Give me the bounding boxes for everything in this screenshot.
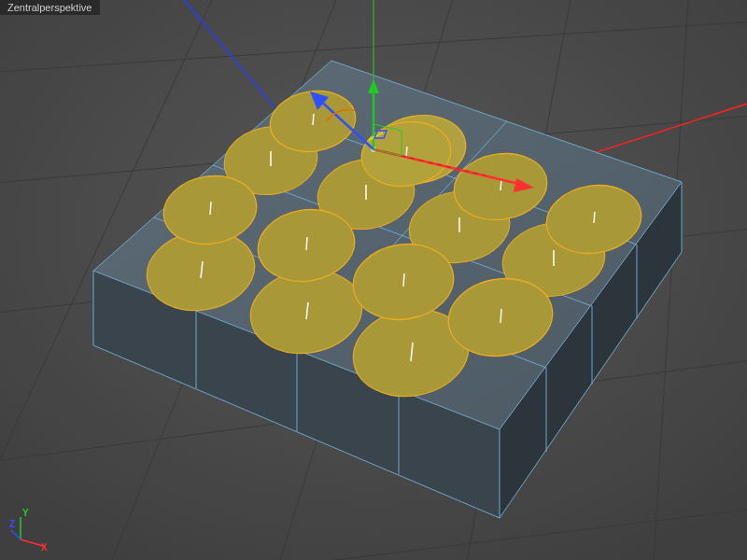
3d-viewport[interactable]: Zentralperspektive: [0, 0, 747, 560]
viewport-label-text: Zentralperspektive: [7, 2, 92, 13]
svg-line-50: [403, 273, 404, 287]
svg-line-44: [313, 114, 314, 125]
viewport-label-badge: Zentralperspektive: [0, 0, 100, 15]
svg-line-51: [500, 309, 501, 323]
svg-line-54: [21, 539, 43, 546]
svg-line-47: [594, 212, 595, 223]
svg-line-49: [306, 237, 307, 250]
svg-line-46: [500, 179, 501, 190]
axis-indicator-y: Y: [22, 508, 29, 518]
3d-scene-canvas[interactable]: [0, 0, 747, 560]
axis-indicator-x: X: [41, 542, 48, 551]
axis-indicator-z: Z: [9, 519, 15, 529]
svg-line-48: [210, 202, 211, 215]
axis-indicator: Z Y X: [9, 504, 56, 551]
svg-line-55: [11, 530, 21, 539]
